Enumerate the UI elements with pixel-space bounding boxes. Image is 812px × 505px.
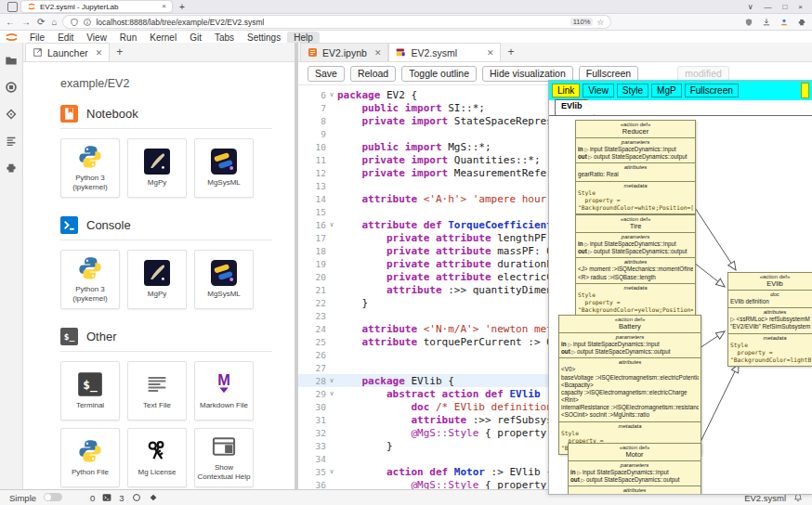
compartment-label: metadata bbox=[578, 183, 693, 188]
notebook-section-icon bbox=[60, 105, 78, 123]
files-button[interactable] bbox=[5, 54, 18, 67]
kernel-status-icon[interactable] bbox=[132, 493, 141, 502]
git-status-icon[interactable] bbox=[149, 493, 158, 502]
running-button[interactable] bbox=[5, 81, 18, 94]
forward-icon[interactable]: → bbox=[21, 18, 31, 27]
tab-overview-icon[interactable] bbox=[7, 2, 18, 12]
viz-style-button[interactable]: Style bbox=[617, 84, 648, 97]
launcher-card-mgpy[interactable]: MgPy bbox=[127, 138, 187, 198]
toc-button[interactable] bbox=[5, 135, 18, 148]
box-header: «action def»Battery bbox=[559, 316, 701, 332]
tracker-shield-icon[interactable] bbox=[744, 18, 753, 27]
launcher-card-show-contextual-help[interactable]: Show Contextual Help bbox=[194, 428, 254, 487]
extensions-icon[interactable] bbox=[797, 18, 806, 27]
compartment-label: parameters bbox=[578, 139, 693, 145]
code-text: } bbox=[337, 297, 368, 309]
viz-fullscreen-button[interactable]: Fullscreen bbox=[685, 84, 739, 97]
viz-mgp-button[interactable]: MgP bbox=[651, 84, 682, 97]
reload-button[interactable]: Reload bbox=[350, 66, 396, 82]
simple-mode-toggle[interactable] bbox=[44, 493, 62, 501]
new-tab-button[interactable]: + bbox=[176, 2, 189, 12]
extensions-button[interactable] bbox=[5, 162, 18, 175]
reload-icon[interactable]: ⟳ bbox=[37, 18, 45, 27]
download-icon[interactable] bbox=[762, 18, 771, 27]
browser-tab[interactable]: EV2.sysml - JupyterLab × bbox=[21, 1, 172, 12]
maximize-icon[interactable]: □ bbox=[782, 3, 787, 11]
diagram-box-tire[interactable]: «action def»Tireparametersin ▷ input Sta… bbox=[575, 214, 696, 317]
launcher-card-mgpy[interactable]: MgPy bbox=[127, 250, 187, 309]
diagram-box-motor[interactable]: «action def»Motorparametersin ▷ input St… bbox=[568, 443, 701, 494]
viz-link-button[interactable]: Link bbox=[552, 84, 580, 97]
tab-close-icon[interactable]: ✕ bbox=[484, 48, 494, 58]
launcher-card-text-file[interactable]: Text File bbox=[127, 361, 187, 421]
zoom-badge[interactable]: 110% bbox=[570, 18, 594, 26]
shield-icon[interactable] bbox=[70, 18, 79, 27]
attribute-line: <J> moment :>ISQMechanics::momentOfInert… bbox=[578, 265, 693, 273]
diagram-box-reducer[interactable]: «action def»Reducerparametersin ▷ input … bbox=[575, 120, 696, 214]
compartment-label: attributes bbox=[570, 487, 699, 493]
line-number: 23 bbox=[298, 311, 326, 321]
diagram-box-evlib[interactable]: «action def»EVlibdocEVlib definitionattr… bbox=[727, 272, 812, 367]
tabs-dropdown-icon[interactable]: ∨ bbox=[748, 3, 753, 11]
license-icon bbox=[144, 438, 170, 464]
menu-help[interactable]: Help bbox=[287, 32, 320, 44]
home-icon[interactable]: ⌂ bbox=[51, 18, 57, 27]
hide-visualization-button[interactable]: Hide visualization bbox=[482, 66, 573, 82]
address-bar[interactable]: localhost:8888/lab/tree/example/EV2/EV2.… bbox=[63, 16, 610, 28]
site-info-icon[interactable] bbox=[83, 18, 92, 27]
menu-edit[interactable]: Edit bbox=[51, 32, 80, 44]
menu-view[interactable]: View bbox=[80, 32, 113, 44]
close-icon[interactable]: × bbox=[798, 3, 803, 11]
toggle-outline-button[interactable]: Toggle outline bbox=[401, 66, 477, 82]
fold-marker[interactable]: ∨ bbox=[326, 221, 337, 228]
tab-ev2-ipynb[interactable]: EV2.ipynb ✕ bbox=[300, 43, 388, 61]
line-number: 17 bbox=[298, 233, 326, 243]
simple-mode-label: Simple bbox=[9, 493, 36, 503]
terminal-status-icon[interactable] bbox=[102, 493, 111, 502]
compartment-label: parameters bbox=[561, 334, 699, 340]
python-icon bbox=[77, 438, 103, 464]
diagram-box-battery[interactable]: «action def»Batteryparametersin ▷ input … bbox=[558, 315, 701, 455]
viz-canvas[interactable]: «action def»Reducerparametersin ▷ input … bbox=[549, 116, 812, 494]
new-editor-tab-button[interactable]: + bbox=[501, 45, 520, 58]
launcher-card-python-3-ipykernel-[interactable]: Python 3 (ipykernel) bbox=[60, 250, 120, 309]
menu-run[interactable]: Run bbox=[113, 32, 143, 44]
account-icon[interactable] bbox=[779, 18, 789, 27]
launcher-card-python-3-ipykernel-[interactable]: Python 3 (ipykernel) bbox=[60, 138, 120, 198]
fullscreen-button[interactable]: Fullscreen bbox=[579, 66, 638, 82]
line-number: 12 bbox=[298, 168, 326, 178]
launcher-card-terminal[interactable]: $_Terminal bbox=[60, 361, 120, 421]
new-launcher-button[interactable]: + bbox=[110, 45, 129, 58]
launcher-card-mgsysml[interactable]: MgSysML bbox=[194, 138, 254, 198]
menu-tabs[interactable]: Tabs bbox=[208, 32, 241, 44]
tab-close-icon[interactable]: ✕ bbox=[372, 48, 382, 58]
bookmark-star-icon[interactable]: ☆ bbox=[596, 18, 604, 27]
line-number: 27 bbox=[298, 363, 326, 373]
tab-launcher[interactable]: Launcher ✕ bbox=[25, 43, 110, 61]
minimize-icon[interactable]: — bbox=[764, 3, 771, 11]
git-button[interactable] bbox=[5, 108, 18, 121]
viz-view-button[interactable]: View bbox=[583, 84, 614, 97]
launcher-card-mgsysml[interactable]: MgSysML bbox=[194, 250, 254, 309]
line-number: 31 bbox=[298, 415, 326, 425]
fold-marker[interactable]: ∨ bbox=[326, 468, 337, 475]
fold-marker[interactable]: ∨ bbox=[326, 377, 337, 384]
menu-settings[interactable]: Settings bbox=[241, 32, 287, 44]
menu-kernel[interactable]: Kernel bbox=[143, 32, 183, 44]
launcher-card-mg-license[interactable]: Mg License bbox=[127, 428, 187, 487]
save-button[interactable]: Save bbox=[308, 66, 345, 82]
tab-close-icon[interactable]: × bbox=[162, 3, 166, 10]
attribute-line: gearRatio: Real bbox=[578, 171, 693, 178]
launcher-card-python-file[interactable]: Python File bbox=[60, 428, 120, 487]
back-icon[interactable]: ← bbox=[6, 18, 15, 27]
menu-git[interactable]: Git bbox=[183, 32, 208, 44]
menu-file[interactable]: File bbox=[23, 32, 51, 44]
viz-tab-evlib[interactable]: EVlib bbox=[555, 99, 595, 115]
fold-marker[interactable]: ∨ bbox=[326, 91, 337, 98]
launcher-card-markdown-file[interactable]: MMarkdown File bbox=[194, 361, 254, 421]
tab-close-icon[interactable]: ✕ bbox=[93, 48, 103, 58]
line-number: 35 bbox=[298, 467, 326, 477]
line-number: 8 bbox=[298, 116, 326, 126]
fold-marker[interactable]: ∨ bbox=[326, 390, 337, 397]
tab-ev2-sysml[interactable]: EV2.sysml ✕ bbox=[388, 43, 501, 61]
